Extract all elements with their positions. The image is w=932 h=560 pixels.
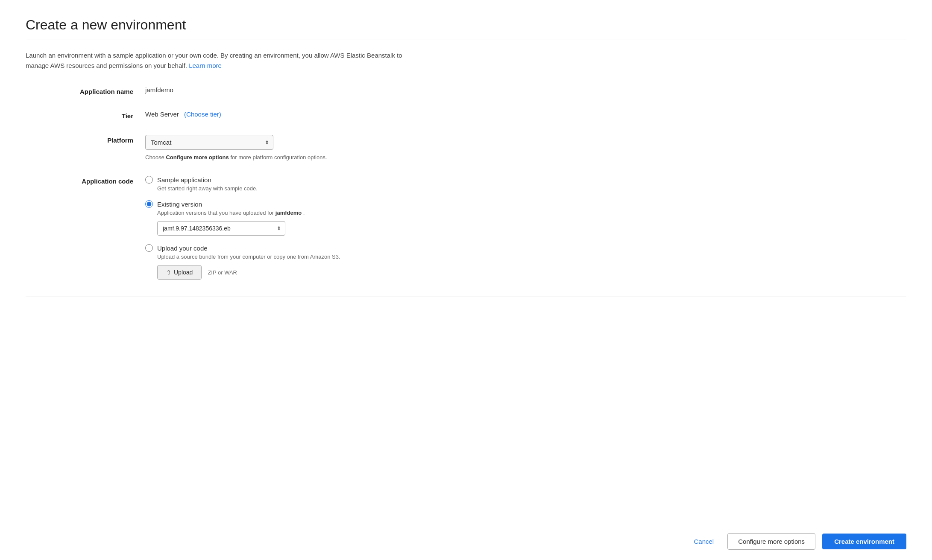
- application-name-row: Application name jamfdemo: [26, 86, 906, 95]
- existing-version-desc-prefix: Application versions that you have uploa…: [157, 210, 274, 216]
- platform-content: TomcatNode.jsPHPPythonRubyDocker.NETJava…: [145, 135, 906, 160]
- create-environment-button[interactable]: Create environment: [822, 534, 906, 549]
- radio-group: Sample application Get started right awa…: [145, 176, 906, 280]
- application-name-value: jamfdemo: [145, 86, 173, 93]
- upload-code-option: Upload your code Upload a source bundle …: [145, 244, 906, 280]
- choose-tier-link[interactable]: (Choose tier): [184, 111, 221, 118]
- sample-app-option: Sample application Get started right awa…: [145, 176, 906, 192]
- sample-app-radio[interactable]: [145, 176, 153, 184]
- tier-value: Web Server (Choose tier): [145, 111, 221, 118]
- existing-version-desc: Application versions that you have uploa…: [157, 210, 906, 216]
- existing-version-option: Existing version Application versions th…: [145, 200, 906, 236]
- page-title: Create a new environment: [26, 17, 906, 33]
- sample-app-desc: Get started right away with sample code.: [157, 185, 906, 192]
- upload-button[interactable]: ⇧ Cancel Upload: [157, 265, 202, 280]
- upload-button-text: Upload: [174, 269, 193, 276]
- existing-version-radio[interactable]: [145, 200, 153, 208]
- platform-hint-bold: Configure more options: [166, 154, 229, 160]
- upload-code-desc: Upload a source bundle from your compute…: [157, 254, 906, 260]
- platform-hint-text: Choose: [145, 154, 164, 160]
- tier-label: Tier: [26, 111, 145, 120]
- configure-more-options-button[interactable]: Configure more options: [727, 533, 815, 550]
- top-divider: [26, 40, 906, 40]
- footer: Cancel Configure more options Create env…: [0, 523, 932, 560]
- cancel-button[interactable]: Cancel: [687, 534, 721, 549]
- page-container: Create a new environment Launch an envir…: [0, 0, 932, 523]
- upload-code-title: Upload your code: [157, 245, 208, 252]
- sample-app-title: Sample application: [157, 176, 211, 184]
- existing-version-title: Existing version: [157, 201, 202, 208]
- platform-label: Platform: [26, 135, 145, 144]
- upload-hint: ZIP or WAR: [208, 269, 237, 276]
- description: Launch an environment with a sample appl…: [26, 50, 410, 71]
- version-select-wrapper: jamf.9.97.1482356336.ebjamf.9.96.1480000…: [157, 221, 285, 236]
- existing-version-desc-suffix: .: [303, 210, 305, 216]
- upload-section: ⇧ Cancel Upload ZIP or WAR: [157, 265, 906, 280]
- platform-select-wrapper: TomcatNode.jsPHPPythonRubyDocker.NETJava…: [145, 135, 273, 150]
- tier-value-text: Web Server: [145, 111, 179, 118]
- application-code-content: Sample application Get started right awa…: [145, 176, 906, 280]
- learn-more-link[interactable]: Learn more: [189, 62, 222, 69]
- platform-row: Platform TomcatNode.jsPHPPythonRubyDocke…: [26, 135, 906, 160]
- application-code-label: Application code: [26, 176, 145, 185]
- upload-code-radio[interactable]: [145, 244, 153, 252]
- sample-app-label-row: Sample application: [145, 176, 906, 184]
- existing-version-label-row: Existing version: [145, 200, 906, 208]
- upload-code-label-row: Upload your code: [145, 244, 906, 252]
- platform-hint: Choose Configure more options for more p…: [145, 154, 402, 160]
- version-select[interactable]: jamf.9.97.1482356336.ebjamf.9.96.1480000…: [157, 221, 285, 236]
- platform-hint-rest: for more platform configuration options.: [230, 154, 327, 160]
- existing-version-app-name: jamfdemo: [275, 210, 302, 216]
- application-name-content: jamfdemo: [145, 86, 906, 93]
- form-section: Application name jamfdemo Tier Web Serve…: [26, 86, 906, 280]
- bottom-divider: [26, 297, 906, 297]
- tier-row: Tier Web Server (Choose tier): [26, 111, 906, 120]
- upload-icon: ⇧: [166, 269, 171, 276]
- application-name-label: Application name: [26, 86, 145, 95]
- platform-select[interactable]: TomcatNode.jsPHPPythonRubyDocker.NETJava…: [145, 135, 273, 150]
- tier-content: Web Server (Choose tier): [145, 111, 906, 118]
- application-code-row: Application code Sample application Get …: [26, 176, 906, 280]
